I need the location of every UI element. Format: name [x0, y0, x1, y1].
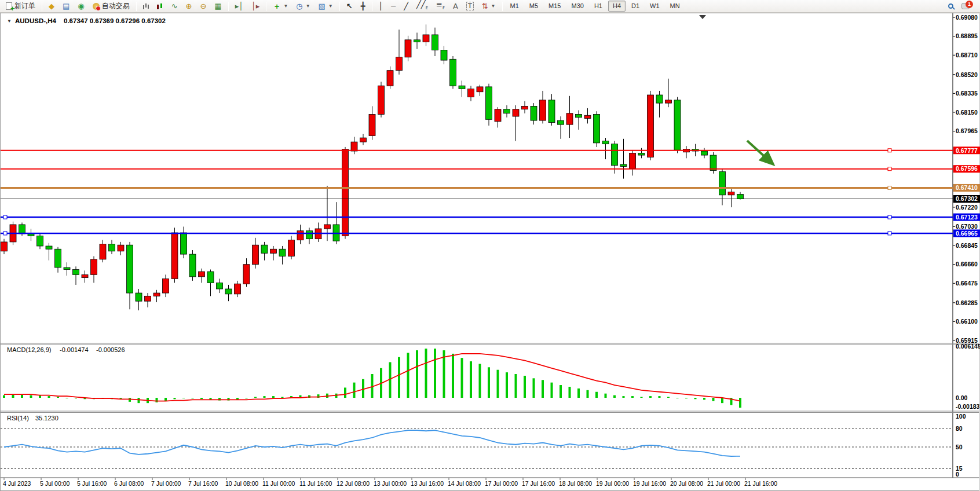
time-axis-label: 19 Jul 16:00: [633, 480, 666, 487]
macd-histogram-bar: [497, 370, 499, 398]
macd-histogram-bar: [569, 387, 571, 398]
timeframe-m30[interactable]: M30: [566, 1, 588, 12]
zoom-in-button[interactable]: ⊕: [182, 1, 196, 12]
macd-histogram-bar: [66, 398, 68, 398]
price-axis-label: 0.66100: [956, 318, 978, 325]
chart-title: AUDUSD-,H4: [15, 17, 57, 24]
candlestick-chart-button[interactable]: [153, 1, 167, 12]
price-line-badge-label: 0.67302: [956, 195, 978, 202]
timeframe-m5[interactable]: M5: [525, 1, 543, 12]
horizontal-line-icon: ─: [391, 2, 396, 10]
timeframe-h4[interactable]: H4: [608, 1, 626, 12]
crosshair-button[interactable]: ╋: [357, 1, 369, 12]
text-label-button[interactable]: T: [463, 1, 477, 12]
macd-main-value: -0.001474: [60, 346, 89, 353]
candle-body: [91, 259, 97, 274]
chart-shift-button[interactable]: │▸: [248, 1, 263, 12]
candle-body: [441, 50, 447, 60]
zoom-out-button[interactable]: ⊖: [196, 1, 210, 12]
time-axis-label: 17 Jul 16:00: [522, 480, 555, 487]
chart-menu-arrow-icon[interactable]: ▼: [7, 19, 12, 24]
line-handle: [888, 186, 891, 189]
periods-button[interactable]: ◷▼: [292, 1, 313, 12]
macd-histogram-bar: [30, 395, 32, 398]
metaeditor-button[interactable]: ◆: [45, 1, 58, 12]
indicators-icon: ＋: [273, 2, 280, 10]
timeframe-mn[interactable]: MN: [665, 1, 685, 12]
timeframe-d1[interactable]: D1: [627, 1, 644, 12]
fibonacci-button[interactable]: ≡F: [433, 1, 448, 12]
candle-body: [100, 244, 106, 259]
timeframe-w1[interactable]: W1: [645, 1, 664, 12]
timeframe-m15[interactable]: M15: [544, 1, 565, 12]
arrows-button[interactable]: ⇅▼: [478, 1, 499, 12]
zoom-out-icon: ⊖: [200, 2, 206, 10]
candle-body: [118, 245, 124, 251]
text-icon: A: [453, 2, 458, 10]
terminal-button[interactable]: ▤: [59, 1, 73, 12]
candle-body: [602, 141, 609, 144]
chevron-down-icon: ▼: [306, 3, 310, 9]
candle-body: [459, 86, 465, 89]
toolbar-separator: [136, 2, 137, 11]
candle-body: [540, 100, 546, 120]
bar-chart-button[interactable]: [140, 1, 152, 12]
timeframe-m1[interactable]: M1: [506, 1, 524, 12]
cursor-button[interactable]: ↖: [343, 1, 356, 12]
candle-body: [153, 293, 160, 296]
macd-histogram-bar: [595, 392, 598, 398]
horizontal-line-button[interactable]: ─: [387, 1, 399, 12]
chart-shift-icon: │▸: [251, 2, 259, 10]
candle-body: [189, 254, 196, 277]
macd-axis-label: 0.00: [956, 394, 968, 401]
candle-body: [612, 144, 618, 166]
macd-histogram-bar: [272, 396, 275, 398]
chart-ohlc-values: 0.67347 0.67369 0.67296 0.67302: [64, 17, 166, 24]
time-axis-label: 11 Jul 16:00: [299, 480, 332, 487]
time-axis-label: 19 Jul 00:00: [596, 480, 629, 487]
macd-histogram-bar: [605, 394, 607, 398]
auto-trading-button[interactable]: 自动交易: [89, 1, 133, 12]
macd-signal-value: -0.000526: [96, 346, 125, 353]
candle-body: [432, 35, 438, 50]
equidistant-channel-button[interactable]: ╱╱E: [413, 1, 432, 12]
line-chart-button[interactable]: ∿: [168, 1, 181, 12]
new-order-button[interactable]: 新订单: [2, 1, 39, 12]
candle-body: [217, 283, 223, 289]
candle-body: [64, 268, 70, 270]
rsi-axis-label: 0: [956, 471, 959, 478]
candle-body: [728, 192, 734, 195]
rsi-value: 35.1230: [35, 415, 58, 422]
macd-histogram-bar: [425, 349, 427, 398]
line-handle: [888, 149, 891, 152]
candle-body: [199, 272, 205, 277]
candle-body: [638, 153, 645, 156]
auto-scroll-button[interactable]: ▸│: [232, 1, 247, 12]
vertical-line-button[interactable]: │: [375, 1, 387, 12]
candle-body: [674, 100, 681, 150]
periods-clock-icon: ◷: [296, 2, 302, 10]
toolbar-separator: [339, 2, 340, 11]
text-button[interactable]: A: [449, 1, 462, 12]
search-button[interactable]: [945, 1, 957, 12]
signals-button[interactable]: ◉: [74, 1, 87, 12]
price-axis-label: 0.66285: [956, 299, 978, 306]
macd-histogram-bar: [264, 396, 266, 398]
timeframe-h1[interactable]: H1: [590, 1, 607, 12]
notifications-button[interactable]: 1: [958, 1, 973, 12]
tile-windows-button[interactable]: ▦: [211, 1, 225, 12]
toolbar-separator: [372, 2, 372, 11]
indicators-button[interactable]: ＋▼: [269, 1, 291, 12]
time-axis-label: 11 Jul 00:00: [262, 480, 295, 487]
time-axis-label: 17 Jul 00:00: [485, 480, 518, 487]
candle-body: [737, 195, 744, 199]
trendline-button[interactable]: ╱: [400, 1, 412, 12]
candle-body: [531, 106, 537, 120]
candle-body: [19, 225, 25, 234]
templates-button[interactable]: ▧▼: [315, 1, 337, 12]
line-handle: [3, 232, 7, 235]
time-axis-label: 13 Jul 00:00: [374, 480, 407, 487]
chart-canvas[interactable]: ▼ AUDUSD-,H4 0.67347 0.67369 0.67296 0.6…: [0, 13, 980, 491]
time-axis-label: 6 Jul 08:00: [114, 480, 144, 487]
chart-border: [1, 13, 979, 491]
